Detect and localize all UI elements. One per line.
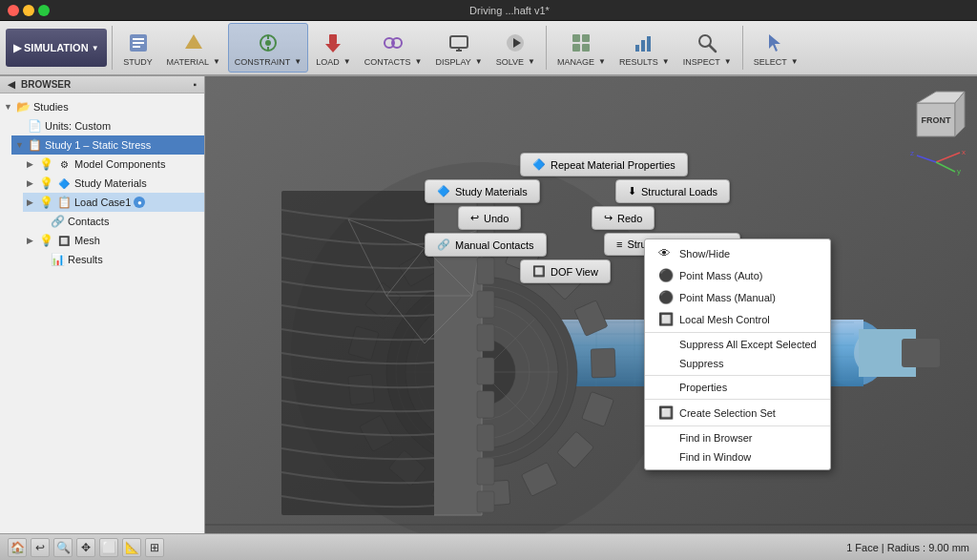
- toolbar-study[interactable]: STUDY: [117, 23, 159, 73]
- context-item-local-mesh[interactable]: 🔲 Local Mesh Control: [645, 308, 830, 330]
- results-label: RESULTS▼: [619, 57, 670, 67]
- undo-icon: ↩: [470, 212, 479, 224]
- simulation-label: SIMULATION: [24, 42, 89, 53]
- toolbar-material[interactable]: MATERIAL▼: [161, 23, 226, 73]
- simulation-button[interactable]: ▶ SIMULATION ▼: [6, 29, 107, 67]
- select-icon: [762, 30, 789, 56]
- context-divider-3: [645, 399, 830, 400]
- browser-header: ◀ BROWSER ▪: [0, 76, 204, 93]
- context-divider-1: [645, 332, 830, 333]
- context-divider-2: [645, 375, 830, 376]
- toolbar-divider-2: [546, 26, 547, 70]
- status-home-icon[interactable]: 🏠: [8, 538, 27, 557]
- repeat-material-icon: 🔷: [532, 158, 546, 171]
- context-item-suppress-all[interactable]: Suppress All Except Selected: [645, 335, 830, 354]
- study-materials-radial-label: Study Materials: [455, 186, 528, 197]
- svg-rect-88: [477, 358, 494, 384]
- status-grid-icon[interactable]: ⊞: [145, 538, 164, 557]
- tree-item-studies[interactable]: ▼ 📂 Studies: [0, 97, 204, 116]
- svg-line-26: [710, 46, 716, 52]
- svg-text:FRONT: FRONT: [922, 115, 951, 125]
- svg-rect-91: [477, 458, 494, 485]
- toolbar-display[interactable]: DISPLAY▼: [429, 23, 488, 73]
- show-hide-icon: 👁: [658, 246, 674, 260]
- svg-line-103: [936, 162, 955, 172]
- radial-btn-repeat-material[interactable]: 🔷 Repeat Material Properties: [520, 153, 688, 176]
- browser-collapse-icon[interactable]: ◀: [8, 79, 15, 90]
- context-item-create-selection[interactable]: 🔲 Create Selection Set: [645, 402, 830, 424]
- context-item-point-mass-auto[interactable]: ⚫ Point Mass (Auto): [645, 264, 830, 286]
- tree-item-study1[interactable]: ▼ 📋 Study 1 – Static Stress: [11, 135, 204, 155]
- properties-label: Properties: [679, 382, 727, 393]
- load-case-label: Load Case1: [74, 197, 131, 208]
- tree-item-model-components[interactable]: ▶ 💡 ⚙ Model Components: [23, 155, 204, 174]
- structural-loads-label: Structural Loads: [641, 186, 717, 197]
- mesh-grid-icon: 🔲: [56, 233, 72, 248]
- status-pan-icon[interactable]: ✥: [76, 538, 95, 557]
- tree-item-load-case[interactable]: ▶ 💡 📋 Load Case1 ●: [23, 193, 204, 212]
- svg-text:x: x: [962, 148, 966, 156]
- tree-item-results[interactable]: 📊 Results: [23, 250, 204, 269]
- inspect-label: INSPECT▼: [683, 57, 732, 67]
- find-browser-label: Find in Browser: [679, 432, 752, 444]
- svg-rect-2: [133, 42, 144, 44]
- status-measure-icon[interactable]: 📐: [122, 538, 141, 557]
- radial-btn-undo[interactable]: ↩ Undo: [458, 206, 521, 230]
- status-zoom-icon[interactable]: 🔍: [53, 538, 73, 557]
- toolbar-solve[interactable]: SOLVE▼: [490, 23, 541, 73]
- context-item-find-window[interactable]: Find in Window: [645, 447, 830, 467]
- tree-item-study-materials[interactable]: ▶ 💡 🔷 Study Materials: [23, 174, 204, 193]
- context-item-show-hide[interactable]: 👁 Show/Hide: [645, 242, 830, 264]
- mesh-label: Mesh: [74, 235, 100, 246]
- mesh-icon: 💡: [38, 233, 53, 248]
- context-item-properties[interactable]: Properties: [645, 378, 830, 397]
- manage-icon: [568, 30, 594, 56]
- viewport[interactable]: 🔷 Repeat Material Properties 🔷 Study Mat…: [205, 76, 977, 533]
- toolbar-constraint[interactable]: CONSTRAINT▼: [228, 23, 308, 73]
- viewcube[interactable]: FRONT x y z: [903, 84, 969, 151]
- toolbar-load[interactable]: LOAD▼: [310, 23, 356, 73]
- tree-item-mesh[interactable]: ▶ 💡 🔲 Mesh: [23, 231, 204, 250]
- svg-marker-4: [185, 34, 202, 49]
- maximize-button[interactable]: [38, 5, 50, 16]
- status-undo-icon[interactable]: ↩: [31, 538, 50, 557]
- tree-item-contacts[interactable]: 🔗 Contacts: [23, 212, 204, 231]
- load-case-badge: ●: [134, 197, 145, 208]
- radial-btn-redo[interactable]: ↪ Redo: [592, 206, 655, 230]
- context-item-find-browser[interactable]: Find in Browser: [645, 428, 830, 447]
- svg-marker-10: [325, 44, 341, 52]
- status-bar: 🏠 ↩ 🔍 ✥ ⬜ 📐 ⊞ 1 Face | Radius : 9.00 mm: [0, 533, 977, 560]
- browser-title: BROWSER: [21, 79, 71, 90]
- svg-rect-19: [582, 34, 590, 42]
- suppress-all-label: Suppress All Except Selected: [679, 339, 817, 350]
- status-tools: 🏠 ↩ 🔍 ✥ ⬜ 📐 ⊞: [8, 538, 164, 557]
- context-item-suppress[interactable]: Suppress: [645, 354, 830, 373]
- svg-rect-51: [591, 348, 615, 378]
- toolbar-manage[interactable]: MANAGE▼: [551, 23, 612, 73]
- toolbar-select[interactable]: SELECT▼: [748, 23, 804, 73]
- find-window-label: Find in Window: [679, 451, 751, 463]
- context-item-point-mass-manual[interactable]: ⚫ Point Mass (Manual): [645, 286, 830, 308]
- model-components-label: Model Components: [74, 158, 165, 170]
- status-fit-icon[interactable]: ⬜: [99, 538, 118, 557]
- svg-line-101: [936, 153, 960, 162]
- minimize-button[interactable]: [23, 5, 34, 16]
- radial-btn-study-materials[interactable]: 🔷 Study Materials: [425, 179, 540, 203]
- solve-icon: [502, 30, 529, 56]
- toolbar-contacts[interactable]: CONTACTS▼: [359, 23, 428, 73]
- radial-btn-manual-contacts[interactable]: 🔗 Manual Contacts: [425, 233, 547, 257]
- window-controls[interactable]: [8, 5, 50, 16]
- toolbar-divider-3: [742, 26, 743, 70]
- toolbar-results[interactable]: RESULTS▼: [613, 23, 676, 73]
- browser-tree: ▼ 📂 Studies 📄 Units: Custom ▼ 📋 Study 1 …: [0, 93, 204, 533]
- manage-label: MANAGE▼: [557, 57, 606, 67]
- simulation-dropdown-arrow: ▼: [92, 44, 99, 52]
- radial-btn-structural-loads[interactable]: ⬇ Structural Loads: [615, 179, 730, 203]
- toolbar-inspect[interactable]: INSPECT▼: [677, 23, 738, 73]
- suppress-label: Suppress: [679, 358, 723, 369]
- browser-expand-icon[interactable]: ▪: [193, 79, 197, 90]
- tree-item-units[interactable]: 📄 Units: Custom: [11, 116, 204, 135]
- window-title: Driving ...haft v1*: [50, 5, 969, 16]
- close-button[interactable]: [8, 5, 19, 16]
- radial-btn-dof-view[interactable]: 🔲 DOF View: [520, 259, 611, 283]
